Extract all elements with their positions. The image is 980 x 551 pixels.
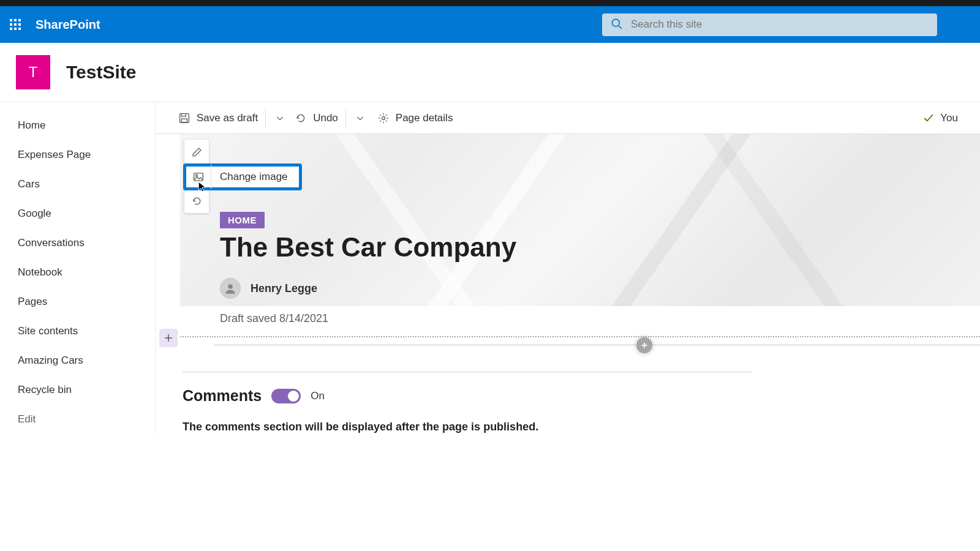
checkmark-icon — [923, 113, 934, 124]
browser-chrome — [0, 0, 980, 6]
comments-header: Comments On — [183, 387, 980, 405]
main: Save as draft Undo Page — [156, 102, 980, 434]
svg-point-4 — [382, 116, 385, 119]
page-title[interactable]: The Best Car Company — [220, 232, 516, 263]
save-as-draft-button[interactable]: Save as draft — [179, 112, 258, 124]
left-nav: Home Expenses Page Cars Google Conversat… — [0, 102, 156, 434]
separator — [211, 165, 211, 189]
dotted-line — [180, 336, 980, 337]
comments-section: Comments On The comments section will be… — [183, 387, 980, 433]
change-image-flyout[interactable]: Change image — [184, 165, 301, 189]
svg-point-9 — [228, 284, 233, 289]
comments-toggle[interactable] — [271, 389, 301, 403]
nav-home[interactable]: Home — [0, 111, 155, 140]
separator — [345, 108, 346, 128]
site-header: T TestSite — [0, 43, 980, 102]
nav-recycle-bin[interactable]: Recycle bin — [0, 375, 155, 405]
page-canvas: Change image HOME The Best Car Company H… — [180, 134, 980, 433]
section-divider — [180, 336, 980, 356]
nav-cars[interactable]: Cars — [0, 170, 155, 199]
draft-saved-label: Draft saved 8/14/2021 — [220, 312, 980, 325]
site-title[interactable]: TestSite — [66, 62, 136, 83]
cursor-icon — [197, 181, 208, 195]
undo-button[interactable]: Undo — [295, 112, 338, 124]
comments-note: The comments section will be displayed a… — [183, 421, 980, 433]
svg-point-0 — [612, 19, 619, 26]
image-icon — [186, 171, 211, 182]
waffle-icon — [10, 19, 21, 30]
nav-amazing-cars[interactable]: Amazing Cars — [0, 346, 155, 375]
suite-bar: SharePoint — [0, 6, 980, 43]
site-logo[interactable]: T — [16, 55, 50, 89]
nav-pages[interactable]: Pages — [0, 287, 155, 317]
command-bar: Save as draft Undo Page — [156, 102, 980, 134]
nav-google[interactable]: Google — [0, 199, 155, 228]
nav-conversations[interactable]: Conversations — [0, 228, 155, 258]
page-details-button[interactable]: Page details — [378, 112, 453, 124]
page-badge: HOME — [220, 212, 265, 228]
save-icon — [179, 113, 190, 124]
save-label: Save as draft — [197, 112, 258, 124]
nav-edit-button[interactable]: Edit — [0, 405, 155, 434]
change-image-label: Change image — [220, 171, 288, 183]
avatar[interactable] — [220, 278, 241, 299]
toggle-knob — [288, 391, 299, 402]
app-launcher-button[interactable] — [0, 6, 31, 43]
comments-title: Comments — [183, 387, 262, 405]
layout: Home Expenses Page Cars Google Conversat… — [0, 102, 980, 434]
status-label: You — [940, 112, 958, 124]
search-box[interactable] — [602, 13, 937, 36]
separator — [265, 108, 266, 128]
svg-point-8 — [196, 174, 198, 176]
save-dropdown[interactable] — [273, 114, 287, 122]
nav-site-contents[interactable]: Site contents — [0, 317, 155, 346]
svg-rect-7 — [194, 173, 203, 181]
undo-dropdown[interactable] — [353, 114, 367, 122]
add-webpart-button[interactable] — [636, 337, 652, 353]
search-input[interactable] — [631, 18, 929, 31]
title-area[interactable]: Change image HOME The Best Car Company H… — [180, 134, 980, 306]
author-row: Henry Legge — [220, 278, 317, 299]
gear-icon — [378, 113, 389, 124]
svg-line-1 — [619, 26, 622, 29]
comments-toggle-label: On — [311, 390, 325, 402]
divider — [183, 372, 752, 372]
undo-label: Undo — [313, 112, 338, 124]
nav-notebook[interactable]: Notebook — [0, 258, 155, 287]
add-section-button[interactable] — [159, 329, 178, 347]
edit-tool-button[interactable] — [184, 140, 209, 164]
status-indicator[interactable]: You — [923, 112, 958, 124]
svg-rect-3 — [182, 119, 187, 122]
solid-line — [214, 345, 980, 345]
author-name[interactable]: Henry Legge — [251, 282, 317, 295]
undo-icon — [295, 113, 306, 124]
page-details-label: Page details — [396, 112, 453, 124]
nav-expenses-page[interactable]: Expenses Page — [0, 140, 155, 170]
search-icon — [611, 18, 622, 32]
brand-label[interactable]: SharePoint — [36, 18, 100, 32]
search-wrap — [602, 13, 937, 36]
